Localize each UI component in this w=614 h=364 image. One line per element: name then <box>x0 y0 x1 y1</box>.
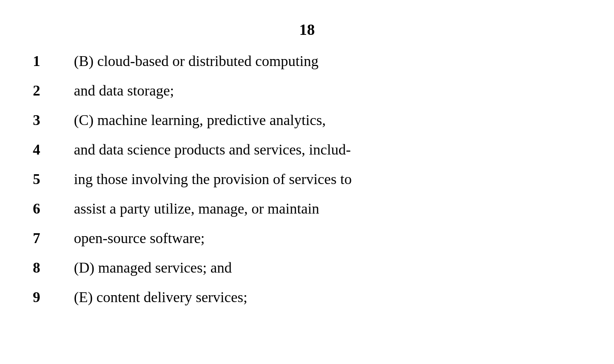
line-text: (B) cloud-based or distributed computing <box>74 51 589 71</box>
line-text: ing those involving the provision of ser… <box>74 169 589 189</box>
line-number: 2 <box>25 80 74 101</box>
line-text: (E) content delivery services; <box>74 287 589 307</box>
line-number: 1 <box>25 51 74 71</box>
line-number: 8 <box>25 257 74 278</box>
line-text: (C) machine learning, predictive analyti… <box>74 110 589 130</box>
line-text: and data storage; <box>74 80 589 101</box>
page-number: 18 <box>25 20 589 39</box>
line-number: 9 <box>25 287 74 307</box>
line-row: 5ing those involving the provision of se… <box>25 169 589 193</box>
line-number: 3 <box>25 110 74 130</box>
line-number: 5 <box>25 169 74 189</box>
lines-container: 1(B) cloud-based or distributed computin… <box>25 51 589 312</box>
line-row: 8(D) managed services; and <box>25 257 589 282</box>
line-number: 6 <box>25 198 74 219</box>
line-text: and data science products and services, … <box>74 139 589 160</box>
line-number: 7 <box>25 228 74 248</box>
line-number: 4 <box>25 139 74 160</box>
line-text: assist a party utilize, manage, or maint… <box>74 198 589 219</box>
line-text: (D) managed services; and <box>74 257 589 278</box>
line-row: 1(B) cloud-based or distributed computin… <box>25 51 589 75</box>
page-container: 18 1(B) cloud-based or distributed compu… <box>0 8 614 364</box>
line-row: 6assist a party utilize, manage, or main… <box>25 198 589 223</box>
line-row: 2and data storage; <box>25 80 589 105</box>
line-row: 3(C) machine learning, predictive analyt… <box>25 110 589 134</box>
line-row: 7open-source software; <box>25 228 589 253</box>
line-text: open-source software; <box>74 228 589 248</box>
line-row: 4and data science products and services,… <box>25 139 589 164</box>
line-row: 9(E) content delivery services; <box>25 287 589 312</box>
